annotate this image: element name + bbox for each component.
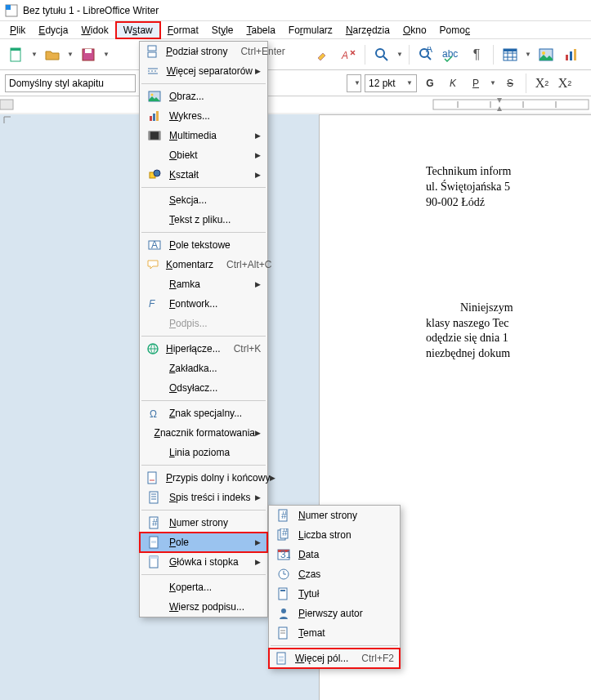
dropdown-arrow-icon[interactable]: ▼: [102, 43, 110, 66]
paragraph-style-combo[interactable]: Domyślny styl akapitu: [5, 74, 136, 92]
svg-rect-35: [148, 46, 156, 51]
insert-menu-item[interactable]: Linia pozioma: [140, 443, 267, 462]
svg-rect-44: [156, 111, 159, 121]
spellcheck-button[interactable]: abc: [440, 43, 463, 66]
dropdown-arrow-icon[interactable]: ▼: [524, 43, 532, 66]
menu-item-label: Kształt: [169, 169, 251, 181]
menu-item-label: Temat: [298, 627, 383, 639]
svg-text:F: F: [149, 298, 155, 310]
insert-menu-item[interactable]: Odsyłacz...: [140, 378, 267, 398]
insert-menu-item[interactable]: Więcej separatorów▶: [140, 61, 267, 81]
insert-menu-item[interactable]: Sekcja...: [140, 190, 267, 210]
insert-menu-item[interactable]: Koperta...: [140, 577, 267, 597]
insert-chart-button[interactable]: [560, 43, 583, 66]
submenu-arrow-icon: ▶: [251, 558, 261, 566]
field-submenu-item[interactable]: Pierwszy autor: [269, 604, 400, 623]
author-icon: [275, 606, 292, 621]
menu-formularz[interactable]: Formularz: [282, 23, 339, 38]
insert-menu-item[interactable]: Przypis dolny i końcowy▶: [140, 468, 267, 488]
field-submenu-item[interactable]: #Liczba stron: [269, 525, 400, 545]
insert-menu-item[interactable]: APole tekstowe: [140, 235, 267, 255]
font-name-combo-arrow[interactable]: ▼: [347, 74, 361, 92]
dropdown-arrow-icon[interactable]: ▼: [30, 43, 38, 66]
fontwork-icon: F: [146, 296, 163, 311]
doc-line: ul. Świętojańska 5: [426, 180, 591, 195]
field-submenu-item[interactable]: 31Data: [269, 545, 400, 564]
insert-menu-item[interactable]: Znacznik formatowania▶: [140, 423, 267, 443]
field-submenu-item[interactable]: Czas: [269, 564, 400, 584]
insert-menu-item[interactable]: Tekst z pliku...: [140, 210, 267, 230]
svg-point-9: [376, 49, 384, 57]
find-replace-button[interactable]: A: [414, 43, 437, 66]
date-icon: 31: [275, 547, 292, 562]
insert-image-button[interactable]: [535, 43, 557, 66]
insert-menu-item[interactable]: Wykres...: [140, 106, 267, 126]
insert-table-button[interactable]: [499, 43, 522, 66]
submenu-arrow-icon: ▶: [251, 493, 261, 502]
menu-style[interactable]: Style: [205, 23, 240, 38]
menu-okno[interactable]: Okno: [396, 23, 433, 38]
insert-menu-item[interactable]: ΩZnak specjalny...: [140, 404, 267, 423]
menu-item-label: Zakładka...: [169, 363, 251, 374]
menu-item-label: Ramka: [169, 279, 251, 290]
image-icon: [146, 89, 163, 104]
insert-menu-item[interactable]: Podział stronyCtrl+Enter: [140, 42, 267, 61]
menu-separator: [141, 465, 266, 466]
dropdown-arrow-icon[interactable]: ▼: [66, 43, 74, 66]
insert-menu-item[interactable]: Główka i stopka▶: [140, 552, 267, 572]
insert-menu-item[interactable]: Hiperłącze...Ctrl+K: [140, 339, 267, 359]
shape-icon: [146, 167, 163, 182]
clear-format-button[interactable]: A: [337, 43, 360, 66]
save-button[interactable]: [77, 43, 100, 66]
menu-separator: [271, 645, 398, 646]
strike-button[interactable]: S: [500, 74, 520, 93]
field-submenu-item[interactable]: #Numer strony: [269, 506, 400, 525]
insert-menu-item[interactable]: Ramka▶: [140, 274, 267, 294]
font-size-combo[interactable]: 12 pkt ▼: [365, 74, 417, 92]
menu-item-label: Czas: [298, 568, 383, 580]
svg-rect-25: [574, 49, 576, 60]
new-doc-button[interactable]: [5, 43, 28, 66]
dropdown-arrow-icon[interactable]: ▼: [489, 72, 497, 95]
insert-menu-item[interactable]: Spis treści i indeks▶: [140, 488, 267, 507]
insert-menu-item[interactable]: KomentarzCtrl+Alt+C: [140, 255, 267, 274]
open-button[interactable]: [41, 43, 64, 66]
field-submenu-item[interactable]: Temat: [269, 623, 400, 643]
dropdown-arrow-icon[interactable]: ▼: [396, 43, 404, 66]
menu-item-label: Znacznik formatowania: [154, 427, 255, 439]
subscript-button[interactable]: X2: [555, 74, 575, 93]
underline-button[interactable]: P: [466, 74, 486, 93]
italic-button[interactable]: K: [443, 74, 463, 93]
menu-format[interactable]: Format: [161, 23, 205, 38]
insert-menu-item[interactable]: #Numer strony: [140, 513, 267, 533]
object-icon: [146, 148, 163, 163]
footnote-icon: [146, 470, 159, 485]
horizontal-ruler[interactable]: [0, 96, 591, 113]
paint-format-button[interactable]: [311, 43, 334, 66]
insert-menu-item[interactable]: Wiersz podpisu...: [140, 597, 267, 617]
bold-button[interactable]: G: [420, 74, 440, 93]
menu-wstaw[interactable]: Wstaw: [115, 21, 161, 39]
insert-menu-item[interactable]: Multimedia▶: [140, 126, 267, 145]
formatting-marks-button[interactable]: ¶: [465, 43, 488, 66]
find-button[interactable]: [370, 43, 393, 66]
insert-menu-item[interactable]: Pole▶: [140, 533, 267, 552]
menu-plik[interactable]: Plik: [3, 23, 32, 38]
insert-menu-item[interactable]: Kształt▶: [140, 165, 267, 185]
menu-widok[interactable]: Widok: [74, 23, 114, 38]
insert-menu-item[interactable]: FFontwork...: [140, 294, 267, 314]
insert-menu-item[interactable]: Obraz...: [140, 87, 267, 106]
field-submenu-item[interactable]: Tytuł: [269, 584, 400, 604]
menu-tabela[interactable]: Tabela: [240, 23, 281, 38]
separators-icon: [146, 64, 160, 78]
menu-narzedzia[interactable]: Narzędzia: [339, 23, 396, 38]
field-submenu-item[interactable]: Więcej pól...Ctrl+F2: [269, 649, 400, 668]
blank-icon: [146, 445, 163, 460]
menu-pomoc[interactable]: Pomoc: [433, 23, 477, 38]
insert-menu-item[interactable]: Zakładka...: [140, 359, 267, 378]
svg-rect-20: [504, 49, 517, 51]
insert-menu-item[interactable]: Obiekt▶: [140, 145, 267, 165]
menu-edycja[interactable]: Edycja: [32, 23, 74, 38]
superscript-button[interactable]: X2: [532, 74, 552, 93]
doc-line: 90-002 Łódź: [426, 195, 591, 211]
